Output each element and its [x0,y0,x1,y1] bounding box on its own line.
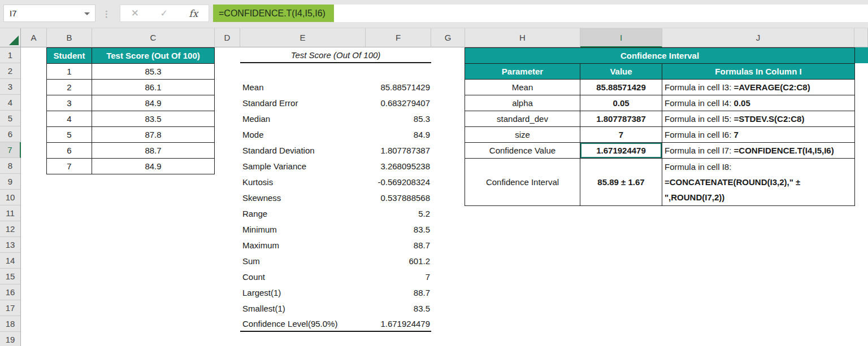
stats-row[interactable]: Standard Error0.683279407 [240,95,431,111]
stats-label: Kurtosis [242,177,273,187]
column-header-c[interactable]: C [92,28,215,47]
row-header-7-selected[interactable]: 7 [0,142,21,158]
row-header-6[interactable]: 6 [0,126,21,142]
stats-row[interactable]: Count7 [240,269,431,284]
ci-header-value[interactable]: Value [580,64,662,80]
name-box-dropdown-icon[interactable] [84,12,90,15]
stats-row[interactable]: Standard Deviation1.807787387 [240,142,431,158]
cell-i5[interactable]: 1.807787387 [580,111,662,127]
stats-row[interactable]: Largest(1)88.7 [240,284,431,300]
column-header-i-selected[interactable]: I [580,28,662,47]
ci-header-formulas[interactable]: Formulas In Column I [662,64,855,80]
insert-function-icon[interactable]: fx [189,8,198,19]
cell-j6[interactable]: Formula in cell I6: 7 [662,127,855,143]
cell-j7[interactable]: Formula in cell I7: =CONFIDENCE.T(I4,I5,… [662,143,855,159]
cell-b5[interactable]: 4 [47,111,92,127]
stats-row[interactable]: Minimum83.5 [240,221,431,237]
column-header-b[interactable]: B [47,28,92,47]
cell-c8[interactable]: 84.9 [92,159,215,174]
name-box[interactable]: I7 [3,5,96,22]
stats-row[interactable]: Confidence Level(95.0%)1.671924479 [240,316,431,332]
formula-input[interactable]: =CONFIDENCE.T(I4,I5,I6) [213,5,868,22]
column-header-h[interactable]: H [465,28,580,47]
cell-h4[interactable]: alpha [465,95,580,111]
column-header-partial[interactable] [854,28,868,47]
stats-label: Standard Error [242,98,298,108]
cell-h6[interactable]: size [465,127,580,143]
cell-c7[interactable]: 88.7 [92,143,215,159]
stats-value: 1.807787387 [380,146,430,155]
stats-row[interactable]: Median85.3 [240,111,431,126]
cell-j8-merged[interactable]: Formula in cell I8: =CONCATENATE(ROUND(I… [662,159,855,206]
stats-row[interactable]: Sum601.2 [240,253,431,269]
row-header-18[interactable]: 18 [0,316,21,332]
stats-row[interactable]: Mode84.9 [240,126,431,142]
ci-header-parameter[interactable]: Parameter [465,64,580,80]
cell-h3[interactable]: Mean [465,80,580,95]
cell-i7-active-cell[interactable]: 1.671924479 [580,143,662,159]
cell-i6[interactable]: 7 [580,127,662,143]
stats-label: Mode [242,130,264,139]
row-header-13[interactable]: 13 [0,237,21,253]
cell-j3[interactable]: Formula in cell I3: =AVERAGE(C2:C8) [662,80,855,95]
cell-h8-merged[interactable]: Confidence Interval [465,159,580,206]
cell-h5[interactable]: standard_dev [465,111,580,127]
stats-row[interactable]: Mean85.88571429 [240,79,431,95]
row-header-19[interactable]: 19 [0,332,21,346]
column-header-f[interactable]: F [366,28,431,47]
row-header-5[interactable]: 5 [0,111,21,126]
formula-note: Formula in cell I7: =CONFIDENCE.T(I4,I5,… [665,146,834,155]
cell-i4[interactable]: 0.05 [580,95,662,111]
cell-b7[interactable]: 6 [47,143,92,159]
row-header-4[interactable]: 4 [0,95,21,111]
stats-row[interactable]: Range5.2 [240,205,431,221]
row-header-8[interactable]: 8 [0,158,21,174]
column-header-e[interactable]: E [240,28,366,47]
cell-i3[interactable]: 85.88571429 [580,80,662,95]
cell-b6[interactable]: 5 [47,127,92,143]
row-header-15[interactable]: 15 [0,269,21,284]
stats-label: Range [242,209,267,218]
stats-row[interactable]: Skewness0.537888568 [240,190,431,205]
cell-c3[interactable]: 86.1 [92,80,215,95]
row-header-11[interactable]: 11 [0,205,21,221]
row-header-1[interactable]: 1 [0,47,21,63]
cell-b4[interactable]: 3 [47,95,92,111]
stats-value: 3.268095238 [380,161,430,171]
stats-value: 7 [426,272,430,282]
column-header-d[interactable]: D [215,28,240,47]
row-header-17[interactable]: 17 [0,300,21,316]
row-header-14[interactable]: 14 [0,253,21,269]
cell-i8-merged[interactable]: 85.89 ± 1.67 [580,159,662,206]
stats-row[interactable]: Maximum88.7 [240,237,431,253]
row-header-10[interactable]: 10 [0,190,21,205]
column-header-g[interactable]: G [431,28,465,47]
cell-b3[interactable]: 2 [47,80,92,95]
stats-title[interactable]: Test Score (Out Of 100) [240,47,431,63]
cell-j5[interactable]: Formula in cell I5: =STDEV.S(C2:C8) [662,111,855,127]
stats-row[interactable]: Smallest(1)83.5 [240,300,431,316]
cell-h7[interactable]: Confidence Value [465,143,580,159]
column-header-j[interactable]: J [662,28,854,47]
select-all-button[interactable] [0,28,21,47]
column-header-a[interactable]: A [21,28,47,47]
cell-j4[interactable]: Formula in cell I4: 0.05 [662,95,855,111]
ci-title[interactable]: Confidence Interval [465,48,855,64]
stats-row[interactable]: Sample Variance3.268095238 [240,158,431,174]
row-header-16[interactable]: 16 [0,284,21,300]
cell-b2[interactable]: 1 [47,64,92,80]
row-header-9[interactable]: 9 [0,174,21,190]
cell-c5[interactable]: 83.5 [92,111,215,127]
stats-row[interactable]: Kurtosis-0.569208324 [240,174,431,190]
cell-c2[interactable]: 85.3 [92,64,215,80]
students-header-score[interactable]: Test Score (Out Of 100) [92,48,215,64]
cell-b8[interactable]: 7 [47,159,92,174]
row-header-3[interactable]: 3 [0,79,21,95]
students-header-student[interactable]: Student [47,48,92,64]
row-header-12[interactable]: 12 [0,221,21,237]
row-header-2[interactable]: 2 [0,63,21,79]
cell-c4[interactable]: 84.9 [92,95,215,111]
cancel-icon[interactable]: ✕ [131,7,139,19]
cell-c6[interactable]: 87.8 [92,127,215,143]
enter-icon[interactable]: ✓ [160,8,167,19]
